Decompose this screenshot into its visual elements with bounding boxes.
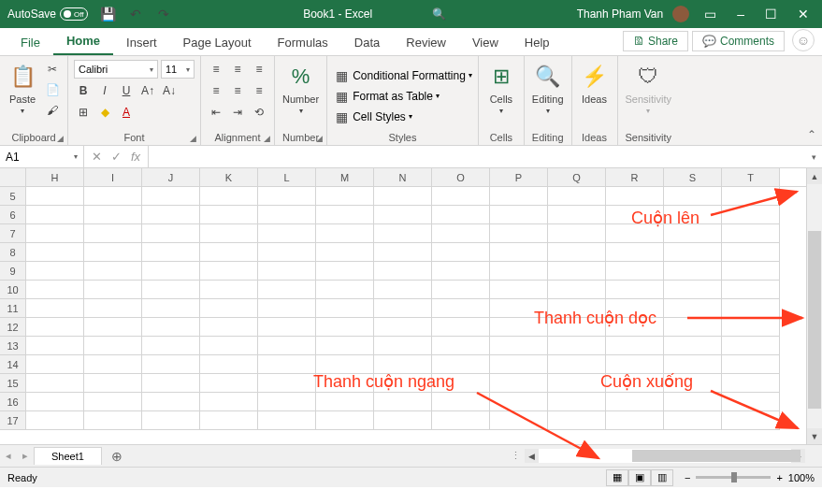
cell[interactable] (200, 299, 258, 318)
tab-insert[interactable]: Insert (113, 30, 170, 55)
cell[interactable] (606, 337, 664, 355)
row-head[interactable]: 12 (0, 318, 26, 337)
cell[interactable] (432, 411, 490, 430)
cell[interactable] (84, 337, 142, 355)
cell[interactable] (722, 262, 780, 281)
cell[interactable] (142, 355, 200, 374)
cell[interactable] (374, 337, 432, 355)
cell[interactable] (84, 374, 142, 393)
launcher-icon[interactable]: ◢ (57, 134, 64, 143)
row-head[interactable]: 5 (0, 187, 26, 206)
cell[interactable] (606, 243, 664, 262)
row-head[interactable]: 16 (0, 393, 26, 411)
column-head[interactable]: P (490, 168, 548, 186)
ribbon-display-icon[interactable]: ▭ (699, 7, 722, 22)
cell[interactable] (664, 374, 722, 393)
underline-button[interactable]: U (117, 81, 136, 100)
expand-formula-icon[interactable]: ▾ (805, 152, 822, 162)
cell[interactable] (258, 187, 316, 206)
cell[interactable] (316, 393, 374, 411)
cell[interactable] (316, 206, 374, 224)
cell[interactable] (432, 262, 490, 281)
cell[interactable] (258, 243, 316, 262)
scroll-down-button[interactable]: ▼ (807, 428, 822, 444)
cell[interactable] (374, 206, 432, 224)
cell[interactable] (316, 318, 374, 337)
cell[interactable] (142, 243, 200, 262)
launcher-icon[interactable]: ◢ (264, 134, 270, 143)
cell[interactable] (432, 337, 490, 355)
normal-view-icon[interactable]: ▦ (606, 469, 628, 486)
cell[interactable] (26, 187, 84, 206)
cell[interactable] (84, 355, 142, 374)
bold-button[interactable]: B (74, 81, 93, 100)
cell[interactable] (432, 206, 490, 224)
column-head[interactable]: T (722, 168, 780, 186)
cell[interactable] (26, 355, 84, 374)
cell[interactable] (374, 262, 432, 281)
cell[interactable] (664, 206, 722, 224)
cell[interactable] (200, 206, 258, 224)
zoom-level[interactable]: 100% (788, 472, 815, 483)
cell[interactable] (722, 318, 780, 337)
cell[interactable] (722, 411, 780, 430)
cell[interactable] (84, 299, 142, 318)
formula-input[interactable] (149, 146, 805, 167)
sensitivity-button[interactable]: 🛡Sensitivity▾ (624, 60, 674, 132)
cell[interactable] (142, 224, 200, 243)
column-head[interactable]: M (316, 168, 374, 186)
cell[interactable] (374, 243, 432, 262)
row-head[interactable]: 9 (0, 262, 26, 281)
cell[interactable] (26, 281, 84, 299)
row-head[interactable]: 7 (0, 224, 26, 243)
cell[interactable] (84, 393, 142, 411)
cell[interactable] (142, 337, 200, 355)
cell[interactable] (258, 281, 316, 299)
cell[interactable] (606, 299, 664, 318)
increase-font-icon[interactable]: A↑ (138, 81, 157, 100)
cell[interactable] (26, 374, 84, 393)
page-break-view-icon[interactable]: ▥ (651, 469, 673, 486)
feedback-icon[interactable]: ☺ (792, 29, 815, 51)
cell[interactable] (490, 355, 548, 374)
cell[interactable] (664, 281, 722, 299)
cell[interactable] (722, 206, 780, 224)
align-bottom-icon[interactable]: ≡ (250, 60, 268, 79)
cell[interactable] (722, 243, 780, 262)
cell[interactable] (606, 187, 664, 206)
tab-data[interactable]: Data (341, 30, 393, 55)
row-head[interactable]: 13 (0, 337, 26, 355)
tab-review[interactable]: Review (393, 30, 459, 55)
borders-icon[interactable]: ⊞ (74, 103, 93, 122)
cell[interactable] (84, 411, 142, 430)
cell[interactable] (26, 411, 84, 430)
row-head[interactable]: 6 (0, 206, 26, 224)
select-all-cell[interactable] (0, 168, 26, 186)
cell[interactable] (548, 243, 606, 262)
cell[interactable] (316, 411, 374, 430)
cell[interactable] (200, 281, 258, 299)
cell[interactable] (548, 355, 606, 374)
font-name-input[interactable]: Calibri▾ (74, 60, 158, 79)
column-head[interactable]: J (142, 168, 200, 186)
undo-icon[interactable]: ↶ (127, 6, 144, 22)
cell[interactable] (664, 318, 722, 337)
cell[interactable] (316, 187, 374, 206)
cell[interactable] (490, 206, 548, 224)
sheet-tab[interactable]: Sheet1 (34, 447, 102, 465)
cell[interactable] (200, 355, 258, 374)
cell[interactable] (490, 393, 548, 411)
cell[interactable] (316, 299, 374, 318)
cell[interactable] (490, 374, 548, 393)
cell[interactable] (606, 224, 664, 243)
cell[interactable] (374, 355, 432, 374)
vscroll-track[interactable] (807, 184, 822, 428)
minimize-icon[interactable]: – (731, 7, 750, 22)
cell[interactable] (142, 393, 200, 411)
ideas-button[interactable]: ⚡Ideas (578, 60, 612, 132)
row-head[interactable]: 10 (0, 281, 26, 299)
cell[interactable] (258, 393, 316, 411)
tab-view[interactable]: View (459, 30, 512, 55)
cell[interactable] (548, 262, 606, 281)
cell[interactable] (490, 262, 548, 281)
